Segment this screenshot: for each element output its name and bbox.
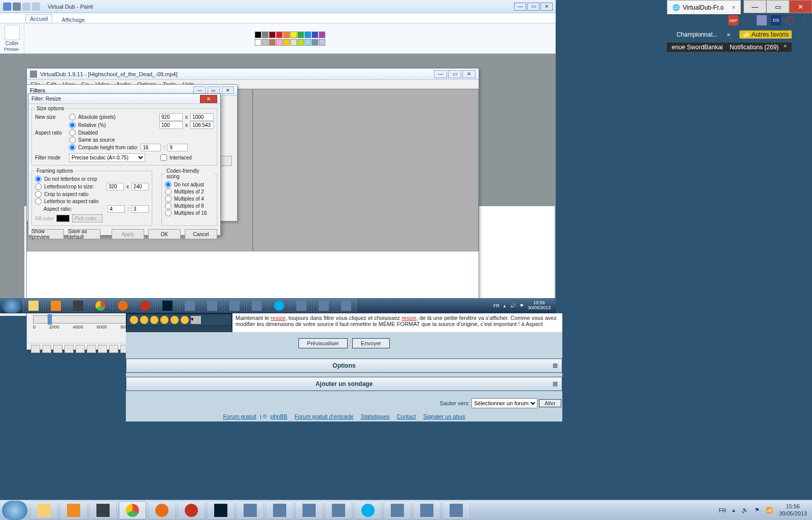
paint-close-button[interactable]: ✕ [540,3,553,11]
send-button[interactable]: Envoyer [352,338,390,348]
plus-icon[interactable]: ⊞ [553,362,558,369]
task-skype[interactable] [268,299,290,312]
task-app3[interactable] [179,299,200,312]
task-app7[interactable] [335,299,357,312]
task-explorer[interactable] [30,501,58,519]
pick-color-button[interactable]: Pick color... [72,214,103,222]
task-paint[interactable] [413,501,441,519]
lb-h-input[interactable] [131,183,149,190]
task-app2[interactable] [134,299,156,312]
maximize-button[interactable]: ▭ [766,0,789,13]
disabled-radio[interactable] [69,129,76,136]
apply-button[interactable]: Apply [112,229,144,239]
go-button[interactable]: Aller [539,399,561,407]
cancel-button[interactable]: Cancel [185,229,217,239]
browser-tab[interactable]: 🌐 VirtualDub-Fr.o × [667,0,741,14]
tb-stop[interactable] [31,345,40,353]
poll-panel[interactable]: Ajouter un sondage⊞ [126,377,562,391]
task-explorer[interactable] [23,299,44,312]
volume-icon[interactable]: 🔊 [741,507,749,513]
lb-ar-radio[interactable] [35,198,42,205]
task-app4[interactable] [201,299,223,312]
bookmark-item[interactable]: Championnat... [676,31,718,38]
ext-icon[interactable] [757,15,767,25]
tb-play-out[interactable] [53,345,62,353]
paint-max-button[interactable]: ▭ [527,3,539,11]
filters-max[interactable]: ▭ [208,86,220,94]
tb-next[interactable] [87,345,96,353]
foot-link[interactable]: phpBB [270,413,287,419]
menu-icon[interactable]: ≡ [799,15,809,25]
abp-icon[interactable]: ABP [728,15,738,25]
lang-indicator[interactable]: FR [493,303,499,308]
paint-canvas[interactable]: VirtualDub 1.9.11 - [Highschool_of_the_D… [0,54,556,305]
preview-button[interactable]: Prévisualiser [298,338,348,348]
save-default-button[interactable]: Save as default [68,229,100,239]
lang-indicator[interactable]: FR [719,507,726,513]
flag-icon[interactable]: ⚑ [755,507,760,513]
tb-start[interactable] [64,345,74,353]
clock[interactable]: 15:5630/05/2013 [528,301,551,311]
close-button[interactable]: ✕ [789,0,812,13]
start-button[interactable] [2,299,21,313]
chevron-up-icon[interactable]: ^ [784,44,787,51]
foot-link[interactable]: Statistiques [361,413,390,419]
lb-size-radio[interactable] [35,183,42,190]
paint-min-button[interactable]: — [514,3,526,11]
task-wmp[interactable] [60,501,87,519]
task-chrome[interactable] [90,299,111,312]
tb-key-prev[interactable] [109,345,118,353]
tab-affichage[interactable]: Affichage [61,17,85,23]
relative-radio[interactable] [69,122,76,128]
clock[interactable]: 15:5630/05/2013 [779,503,807,516]
rel-width-input[interactable] [159,121,183,129]
tb-prev[interactable] [76,345,85,353]
minimize-button[interactable]: — [743,0,766,13]
tab-accueil[interactable]: Accueil [25,14,52,23]
bookmark-overflow[interactable]: » [727,31,730,38]
ar-a-input[interactable] [108,205,125,213]
emoji-dropdown-icon[interactable]: ▾ [191,316,201,324]
tray-up-icon[interactable]: ▴ [503,303,506,308]
foot-link[interactable]: Signaler un abus [423,413,465,419]
interlaced-checkbox[interactable] [160,154,167,161]
task-app1[interactable] [148,501,176,519]
task-msn[interactable] [224,299,245,312]
m4[interactable] [165,196,172,202]
task-ps[interactable] [157,299,178,312]
ok-button[interactable]: OK [148,229,181,239]
task-steam[interactable] [89,501,117,519]
timeline-thumb[interactable] [48,314,52,324]
foot-link[interactable]: Forum gratuit d'entraide [294,413,353,419]
m-none[interactable] [165,181,172,188]
volume-icon[interactable]: 🔊 [510,303,516,308]
filter-mode-select[interactable]: Precise bicubic (A=-0.75) [69,153,145,162]
forum-select[interactable]: Sélectionner un forum [471,398,537,408]
opera-icon[interactable]: ◯ [785,15,795,25]
foot-link[interactable]: Forum gratuit [223,413,256,419]
task-ps[interactable] [207,501,234,519]
task-app4[interactable] [266,501,293,519]
plus-icon[interactable]: ⊞ [553,380,558,387]
absolute-radio[interactable] [69,114,76,120]
lb-w-input[interactable] [107,183,124,190]
paste-button[interactable] [5,25,20,40]
compute-radio[interactable] [69,144,76,151]
task-skype[interactable] [354,501,382,519]
ratio-a-input[interactable] [141,144,161,151]
m16[interactable] [165,210,172,216]
m2[interactable] [165,188,172,195]
tray-up-icon[interactable]: ▴ [732,507,735,513]
task-steam[interactable] [67,299,89,312]
close-tab-icon[interactable]: × [732,4,735,11]
task-app7[interactable] [443,501,470,519]
task-app5[interactable] [246,299,267,312]
options-panel[interactable]: Options⊞ [126,359,562,373]
vd-min-button[interactable]: — [434,70,447,78]
star-icon[interactable]: ☆ [742,15,753,25]
abs-height-input[interactable] [190,113,214,121]
ds-icon[interactable]: DS [771,15,781,25]
crop-ar-radio[interactable] [35,191,42,198]
task-app5[interactable] [325,501,352,519]
emoji-row[interactable]: ▾ [126,314,232,326]
